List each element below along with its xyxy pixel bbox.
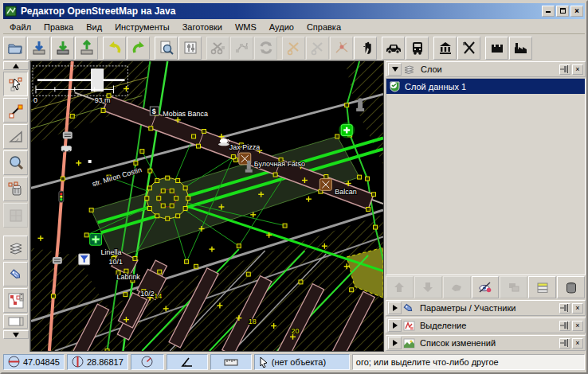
- upload-button[interactable]: [75, 37, 98, 60]
- map-canvas[interactable]: 0 93 m: [30, 60, 384, 352]
- search-button[interactable]: [155, 37, 178, 60]
- undo-button[interactable]: [103, 37, 126, 60]
- zoom-tool-button[interactable]: [3, 150, 28, 175]
- delete-tool-button[interactable]: [3, 177, 28, 201]
- menu-view[interactable]: Вид: [80, 21, 108, 33]
- pharmacy-glow-icon[interactable]: [339, 123, 355, 138]
- cut-alt-button[interactable]: [282, 37, 305, 60]
- traffic-signal-icon[interactable]: [59, 191, 64, 202]
- latitude-icon: [8, 356, 20, 368]
- properties-panel-header: Параметры / Участники ×: [386, 300, 586, 316]
- layers-panel-pin-button[interactable]: [559, 64, 570, 75]
- menu-edit[interactable]: Правка: [37, 21, 80, 33]
- changeset-panel-pin-button[interactable]: [559, 338, 570, 349]
- relations-toggle-button[interactable]: [3, 288, 28, 313]
- fork-knife-icon: [461, 40, 477, 56]
- factory-preset-button[interactable]: [509, 37, 532, 60]
- selection-panel-close-button[interactable]: ×: [572, 321, 583, 331]
- unglue-nodes-icon: [234, 40, 250, 56]
- menu-presets[interactable]: Заготовки: [176, 21, 229, 33]
- white-node[interactable]: [88, 160, 92, 163]
- longitude-value: 28.86817: [87, 357, 123, 367]
- bank-preset-button[interactable]: [433, 37, 457, 60]
- menu-audio[interactable]: Аудио: [263, 21, 300, 33]
- bus-preset-button[interactable]: [406, 37, 429, 60]
- magnifier-icon: [7, 154, 25, 172]
- measure-tool-button[interactable]: [3, 124, 28, 149]
- data-layer-icon: [389, 80, 401, 92]
- open-file-button[interactable]: [3, 37, 26, 60]
- properties-panel-pin-button[interactable]: [559, 303, 570, 314]
- draw-node-tool-button[interactable]: [3, 98, 28, 123]
- membership-toggle-button[interactable]: [3, 314, 28, 329]
- minimize-button[interactable]: [542, 6, 555, 17]
- selected-building[interactable]: [92, 69, 104, 92]
- trash-icon: [566, 282, 577, 294]
- layer-merge-button[interactable]: [443, 276, 471, 298]
- layers-panel-close-button[interactable]: ×: [572, 64, 583, 75]
- object-status-text: (нет объекта): [272, 357, 326, 367]
- selection-panel-pin-button[interactable]: [559, 321, 570, 331]
- layer-buttons-row: [386, 276, 586, 298]
- tools-scroll-up-button[interactable]: [3, 61, 29, 70]
- bank-columns-icon: [437, 40, 453, 56]
- map-label-housemid: Labrink: [117, 274, 141, 282]
- redo-button[interactable]: [127, 37, 150, 60]
- layer-up-button[interactable]: [386, 276, 414, 298]
- properties-panel-expand-button[interactable]: [388, 302, 402, 314]
- layer-duplicate-button[interactable]: [500, 276, 527, 298]
- road-marker-icon: [63, 132, 73, 139]
- scissors-orange-icon: [286, 40, 302, 56]
- layer-list-toggle-button[interactable]: [3, 236, 28, 260]
- menu-file[interactable]: Файл: [3, 21, 37, 33]
- car-preset-button[interactable]: [382, 37, 405, 60]
- layer-visibility-button[interactable]: [472, 276, 500, 298]
- up-arrow-icon: [394, 282, 405, 293]
- selection-panel-expand-button[interactable]: [388, 319, 402, 332]
- close-button[interactable]: ×: [570, 6, 583, 17]
- title-bar: Редактор OpenStreetMap на Java ×: [3, 3, 585, 19]
- maximize-button[interactable]: [556, 6, 569, 17]
- angle-readout: [167, 354, 208, 370]
- castle-icon: [489, 40, 505, 56]
- download-area-tool-button[interactable]: [3, 203, 28, 228]
- cursor-icon: [259, 356, 269, 368]
- properties-panel-close-button[interactable]: ×: [572, 303, 583, 314]
- layer-list[interactable]: Слой данных 1: [386, 78, 586, 275]
- main-toolbar: [3, 35, 585, 60]
- changeset-icon: [403, 338, 415, 349]
- pan-button[interactable]: [354, 37, 377, 60]
- changeset-panel-expand-button[interactable]: [388, 337, 402, 349]
- refresh-button[interactable]: [254, 37, 277, 60]
- supermarket-icon[interactable]: [90, 233, 102, 245]
- download-disk-button[interactable]: [51, 37, 74, 60]
- menu-help[interactable]: Справка: [300, 21, 347, 33]
- preferences-button[interactable]: [178, 37, 202, 60]
- cut-way-button[interactable]: [206, 37, 229, 60]
- changeset-panel-title: Список изменений: [420, 338, 558, 348]
- unglue-button[interactable]: [230, 37, 253, 60]
- menu-wms[interactable]: WMS: [229, 21, 263, 33]
- menu-tools[interactable]: Инструменты: [108, 21, 176, 33]
- select-tool-button[interactable]: [3, 72, 28, 96]
- layer-delete-button[interactable]: [557, 276, 585, 298]
- restaurant-icon[interactable]: [319, 179, 331, 191]
- bar-icon[interactable]: [79, 254, 90, 265]
- layers-panel-title: Слои: [421, 64, 558, 74]
- node-tool-button[interactable]: [330, 37, 353, 60]
- tools-scroll-down-button[interactable]: [3, 330, 29, 339]
- menu-bar: Файл Правка Вид Инструменты Заготовки WM…: [3, 20, 585, 34]
- download-button[interactable]: [27, 37, 50, 60]
- pin-icon: [560, 339, 570, 347]
- cut-gray-button[interactable]: [306, 37, 329, 60]
- app-logo-icon: [5, 5, 18, 18]
- layer-merge-all-button[interactable]: [528, 276, 556, 298]
- tags-toggle-button[interactable]: [3, 262, 28, 286]
- layers-panel-collapse-button[interactable]: [388, 63, 402, 76]
- map-housenumber: 20: [292, 327, 300, 335]
- layer-down-button[interactable]: [414, 276, 442, 298]
- changeset-panel-close-button[interactable]: ×: [572, 338, 583, 349]
- layer-row-selected[interactable]: Слой данных 1: [386, 79, 585, 94]
- castle-preset-button[interactable]: [485, 37, 508, 60]
- restaurant-preset-button[interactable]: [457, 37, 480, 60]
